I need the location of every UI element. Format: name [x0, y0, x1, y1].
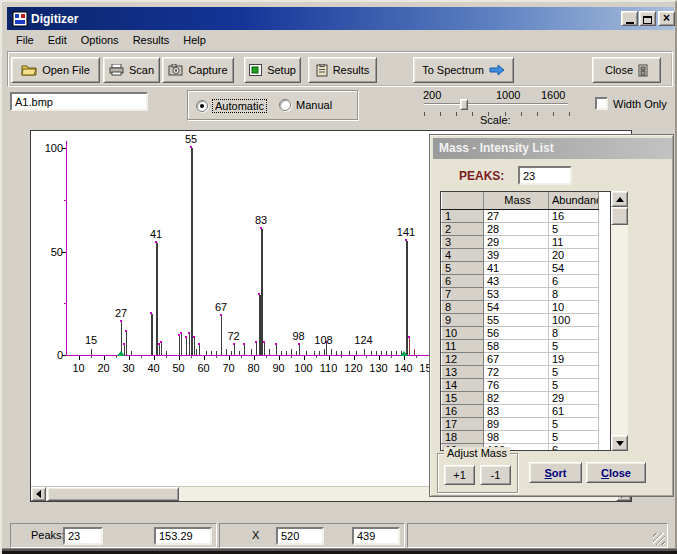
width-only-checkbox[interactable] — [595, 97, 608, 110]
abundance-cell[interactable]: 10 — [549, 300, 599, 313]
row-number-cell[interactable]: 1 — [442, 209, 484, 222]
menu-edit[interactable]: Edit — [42, 33, 75, 49]
slider-track[interactable] — [424, 103, 568, 105]
manual-radio[interactable] — [279, 99, 291, 111]
mass-cell[interactable]: 89 — [484, 417, 549, 430]
row-number-cell[interactable]: 16 — [442, 404, 484, 417]
mass-cell[interactable]: 28 — [484, 222, 549, 235]
row-number-cell[interactable]: 9 — [442, 313, 484, 326]
abundance-cell[interactable]: 8 — [549, 326, 599, 339]
abundance-cell[interactable]: 5 — [549, 365, 599, 378]
mass-cell[interactable]: 27 — [484, 209, 549, 222]
mass-cell[interactable]: 58 — [484, 339, 549, 352]
abundance-cell[interactable]: 19 — [549, 352, 599, 365]
abundance-cell[interactable]: 6 — [549, 443, 599, 451]
abundance-cell[interactable]: 8 — [549, 287, 599, 300]
row-number-cell[interactable]: 3 — [442, 235, 484, 248]
resize-grip[interactable] — [653, 533, 665, 545]
table-row[interactable]: 54154 — [442, 261, 599, 274]
mass-cell[interactable]: 29 — [484, 235, 549, 248]
menu-help[interactable]: Help — [177, 33, 214, 49]
mass-cell[interactable]: 82 — [484, 391, 549, 404]
table-row[interactable]: 6436 — [442, 274, 599, 287]
mass-cell[interactable]: 54 — [484, 300, 549, 313]
status-y-input[interactable] — [354, 529, 398, 543]
scrollbar-thumb[interactable] — [47, 487, 179, 501]
mass-cell[interactable]: 76 — [484, 378, 549, 391]
table-row[interactable]: 14765 — [442, 378, 599, 391]
row-number-cell[interactable]: 14 — [442, 378, 484, 391]
table-row[interactable]: 43920 — [442, 248, 599, 261]
table-row[interactable]: 17895 — [442, 417, 599, 430]
table-row[interactable]: 10568 — [442, 326, 599, 339]
results-button[interactable]: Results — [308, 57, 377, 83]
mass-cell[interactable]: 67 — [484, 352, 549, 365]
slider-thumb[interactable] — [460, 99, 468, 110]
abundance-cell[interactable]: 11 — [549, 235, 599, 248]
mass-cell[interactable]: 98 — [484, 430, 549, 443]
abundance-cell[interactable]: 5 — [549, 417, 599, 430]
mass-cell[interactable]: 56 — [484, 326, 549, 339]
row-number-cell[interactable]: 12 — [442, 352, 484, 365]
table-vertical-scrollbar[interactable] — [611, 191, 628, 451]
minus-one-button[interactable]: -1 — [480, 465, 511, 485]
abundance-cell[interactable]: 5 — [549, 378, 599, 391]
row-number-cell[interactable]: 8 — [442, 300, 484, 313]
mass-cell[interactable]: 83 — [484, 404, 549, 417]
table-row[interactable]: 158229 — [442, 391, 599, 404]
table-row[interactable]: 955100 — [442, 313, 599, 326]
row-number-cell[interactable]: 17 — [442, 417, 484, 430]
automatic-radio-label[interactable]: Automatic — [212, 99, 267, 113]
abundance-cell[interactable]: 29 — [549, 391, 599, 404]
row-number-cell[interactable]: 13 — [442, 365, 484, 378]
row-number-cell[interactable]: 7 — [442, 287, 484, 300]
abundance-cell[interactable]: 5 — [549, 339, 599, 352]
close-toolbar-button[interactable]: Close — [592, 57, 661, 83]
menu-file[interactable]: File — [10, 33, 42, 49]
menu-options[interactable]: Options — [75, 33, 127, 49]
table-row[interactable]: 2285 — [442, 222, 599, 235]
table-row[interactable]: 168361 — [442, 404, 599, 417]
abundance-cell[interactable]: 6 — [549, 274, 599, 287]
table-row[interactable]: 13725 — [442, 365, 599, 378]
abundance-cell[interactable]: 61 — [549, 404, 599, 417]
mass-cell[interactable]: 55 — [484, 313, 549, 326]
status-value-input[interactable] — [156, 529, 210, 543]
mass-cell[interactable]: 41 — [484, 261, 549, 274]
mass-cell[interactable]: 72 — [484, 365, 549, 378]
row-number-cell[interactable]: 18 — [442, 430, 484, 443]
row-number-cell[interactable]: 2 — [442, 222, 484, 235]
title-bar[interactable]: Digitizer × — [7, 7, 674, 30]
capture-button[interactable]: Capture — [162, 57, 234, 83]
status-x-input[interactable] — [278, 529, 322, 543]
manual-radio-label[interactable]: Manual — [296, 99, 332, 111]
abundance-cell[interactable]: 16 — [549, 209, 599, 222]
row-number-cell[interactable]: 6 — [442, 274, 484, 287]
close-window-button[interactable]: × — [658, 11, 675, 26]
row-number-cell[interactable]: 10 — [442, 326, 484, 339]
mass-cell[interactable]: 43 — [484, 274, 549, 287]
peaks-count-input[interactable] — [520, 168, 570, 183]
sort-button[interactable]: Sort — [529, 462, 582, 483]
table-row[interactable]: 32911 — [442, 235, 599, 248]
setup-button[interactable]: Setup — [244, 57, 301, 83]
table-row[interactable]: 85410 — [442, 300, 599, 313]
row-number-cell[interactable]: 4 — [442, 248, 484, 261]
close-panel-button[interactable]: Close — [586, 462, 646, 483]
row-number-cell[interactable]: 15 — [442, 391, 484, 404]
status-peaks-input[interactable] — [65, 529, 101, 543]
row-number-cell[interactable]: 5 — [442, 261, 484, 274]
table-scrollbar-thumb[interactable] — [611, 207, 628, 225]
scan-button[interactable]: Scan — [103, 57, 160, 83]
mass-cell[interactable]: 53 — [484, 287, 549, 300]
maximize-button[interactable] — [639, 11, 656, 26]
abundance-cell[interactable]: 5 — [549, 430, 599, 443]
row-number-cell[interactable]: 11 — [442, 339, 484, 352]
mass-cell[interactable]: 39 — [484, 248, 549, 261]
abundance-cell[interactable]: 20 — [549, 248, 599, 261]
scroll-up-button[interactable] — [611, 191, 628, 207]
open-file-button[interactable]: Open File — [11, 57, 100, 83]
automatic-radio[interactable] — [196, 100, 208, 112]
table-row[interactable]: 11585 — [442, 339, 599, 352]
abundance-cell[interactable]: 100 — [549, 313, 599, 326]
